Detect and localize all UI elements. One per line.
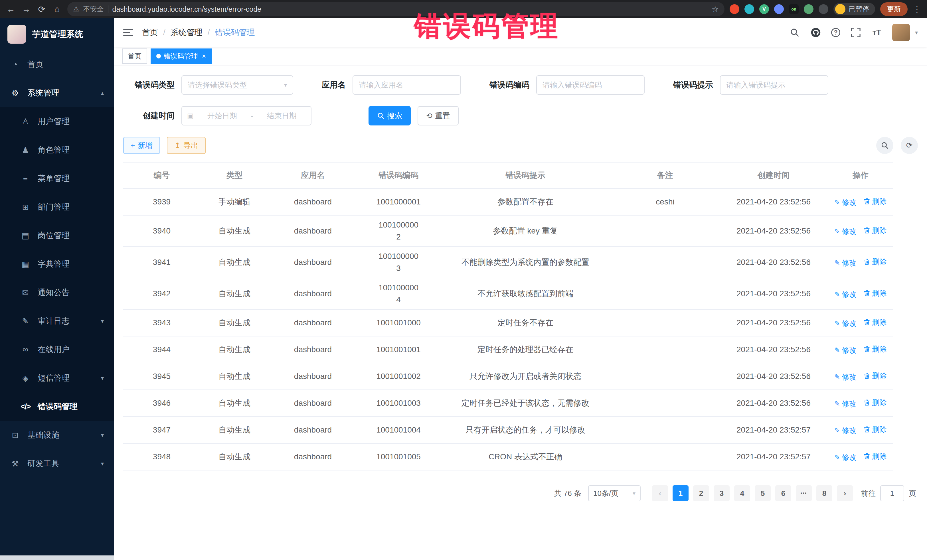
delete-link[interactable]: 删除	[863, 344, 887, 354]
more-pages-button[interactable]: •••	[796, 485, 812, 501]
cell-type: 自动生成	[200, 336, 269, 363]
sidebar-item-menu-management[interactable]: ≡ 菜单管理	[0, 164, 114, 193]
browser-update-button[interactable]: 更新	[880, 2, 907, 16]
adblock-extension-icon[interactable]	[729, 4, 739, 14]
edit-link[interactable]: ✎修改	[834, 426, 857, 436]
cell-code: 1001000003	[357, 247, 440, 278]
leaf-extension-icon[interactable]	[804, 4, 813, 14]
select-placeholder: 请选择错误码类型	[188, 80, 247, 90]
delete-link[interactable]: 删除	[863, 317, 887, 327]
sidebar-item-dept-management[interactable]: ⊞ 部门管理	[0, 193, 114, 221]
breadcrumb-separator: /	[163, 28, 166, 37]
sidebar-item-user-management[interactable]: ♙ 用户管理	[0, 107, 114, 136]
close-icon[interactable]: ×	[202, 52, 206, 60]
vpn-extension-icon[interactable]: on	[789, 4, 799, 14]
edit-link[interactable]: ✎修改	[834, 258, 857, 268]
help-icon[interactable]: ?	[831, 28, 840, 37]
tab-home[interactable]: 首页	[122, 49, 147, 64]
cell-id: 3947	[123, 417, 200, 443]
cell-remark	[611, 390, 719, 417]
cell-id: 3939	[123, 188, 200, 215]
page-button-3[interactable]: 3	[714, 485, 729, 501]
sidebar-fold-icon[interactable]	[123, 29, 133, 36]
vue-devtools-extension-icon[interactable]: V	[759, 4, 769, 14]
sidebar-item-post-management[interactable]: ▤ 岗位管理	[0, 221, 114, 250]
plus-icon: +	[131, 141, 135, 150]
breadcrumb-home[interactable]: 首页	[142, 27, 158, 38]
search-button[interactable]: 搜索	[369, 106, 411, 126]
table-row: 3947 自动生成 dashboard 1001001004 只有开启状态的任务…	[123, 417, 894, 443]
delete-link[interactable]: 删除	[863, 425, 887, 434]
edit-link[interactable]: ✎修改	[834, 372, 857, 382]
export-button[interactable]: ↥ 导出	[167, 137, 206, 154]
fullscreen-icon[interactable]	[850, 27, 862, 38]
edit-link[interactable]: ✎修改	[834, 452, 857, 463]
sidebar-item-dict-management[interactable]: ▦ 字典管理	[0, 250, 114, 278]
delete-link[interactable]: 删除	[863, 288, 887, 298]
page-button-8[interactable]: 8	[816, 485, 832, 501]
delete-link[interactable]: 删除	[863, 371, 887, 381]
sidebar-item-infrastructure[interactable]: ⊡ 基础设施 ▾	[0, 421, 114, 449]
edit-link[interactable]: ✎修改	[834, 345, 857, 355]
page-size-select[interactable]: 10条/页 ▾	[588, 485, 641, 501]
page-button-2[interactable]: 2	[693, 485, 709, 501]
sidebar-item-system-management[interactable]: ⚙ 系统管理 ▴	[0, 79, 114, 107]
edit-link[interactable]: ✎修改	[834, 197, 857, 208]
back-icon[interactable]: ←	[6, 4, 16, 14]
edit-link[interactable]: ✎修改	[834, 290, 857, 299]
reload-icon[interactable]: ⟳	[36, 4, 47, 14]
refresh-button[interactable]: ⟳	[901, 137, 918, 154]
edit-link[interactable]: ✎修改	[834, 319, 857, 328]
delete-link[interactable]: 删除	[863, 226, 887, 235]
tab-error-code-management[interactable]: 错误码管理 ×	[150, 49, 212, 64]
home-icon[interactable]: ⌂	[52, 4, 62, 14]
sidebar-item-sms-management[interactable]: ◈ 短信管理 ▾	[0, 364, 114, 392]
bookmark-star-icon[interactable]: ☆	[712, 5, 719, 14]
pin-icon[interactable]	[819, 4, 828, 14]
sidebar-item-notice[interactable]: ✉ 通知公告	[0, 278, 114, 307]
add-button[interactable]: + 新增	[123, 137, 160, 154]
edit-link[interactable]: ✎修改	[834, 227, 857, 237]
app-name-input[interactable]	[353, 75, 461, 95]
font-size-icon[interactable]: тT	[871, 27, 883, 38]
reset-button[interactable]: ⟲ 重置	[418, 106, 459, 126]
error-code-input[interactable]	[536, 75, 644, 95]
browser-menu-icon[interactable]: ⋮	[913, 4, 921, 14]
error-code-type-select[interactable]: 请选择错误码类型 ▾	[181, 75, 293, 95]
cell-type: 自动生成	[200, 215, 269, 247]
toggle-search-button[interactable]	[876, 137, 894, 154]
grid-extension-icon[interactable]	[774, 4, 784, 14]
search-icon[interactable]	[789, 27, 800, 38]
page-button-6[interactable]: 6	[775, 485, 791, 501]
address-bar[interactable]: ⚠ 不安全 dashboard.yudao.iocoder.cn/system/…	[67, 2, 725, 16]
cell-time: 2021-04-20 23:52:56	[719, 215, 828, 247]
github-icon[interactable]	[810, 27, 821, 38]
colorpicker-extension-icon[interactable]	[745, 4, 754, 14]
filter-error-hint: 错误码提示	[673, 75, 828, 95]
prev-page-button[interactable]: ‹	[652, 485, 668, 501]
page-button-4[interactable]: 4	[734, 485, 750, 501]
delete-link[interactable]: 删除	[863, 196, 887, 206]
browser-profile-chip[interactable]: 已暂停	[833, 3, 875, 15]
breadcrumb-system[interactable]: 系统管理	[170, 27, 202, 38]
sidebar-item-error-code-management[interactable]: </> 错误码管理	[0, 392, 114, 421]
next-page-button[interactable]: ›	[837, 485, 853, 501]
cell-code: 1001000004	[357, 278, 440, 310]
user-avatar[interactable]	[892, 24, 910, 41]
sidebar-item-dev-tools[interactable]: ⚒ 研发工具 ▾	[0, 449, 114, 478]
sidebar-item-home[interactable]: ◔ 首页	[0, 50, 114, 79]
forward-icon[interactable]: →	[21, 4, 31, 14]
page-button-5[interactable]: 5	[755, 485, 771, 501]
delete-link[interactable]: 删除	[863, 451, 887, 461]
delete-link[interactable]: 删除	[863, 398, 887, 408]
chevron-down-icon[interactable]: ▾	[915, 29, 918, 36]
create-time-range-picker[interactable]: ▣ 开始日期 - 结束日期	[181, 106, 312, 126]
page-button-1[interactable]: 1	[673, 485, 688, 501]
sidebar-item-role-management[interactable]: ♟ 角色管理	[0, 136, 114, 164]
sidebar-item-audit-log[interactable]: ✎ 审计日志 ▾	[0, 307, 114, 335]
sidebar-item-online-users[interactable]: ∞ 在线用户	[0, 335, 114, 364]
delete-link[interactable]: 删除	[863, 257, 887, 267]
goto-page-input[interactable]	[880, 485, 904, 501]
error-hint-input[interactable]	[720, 75, 828, 95]
edit-link[interactable]: ✎修改	[834, 399, 857, 409]
